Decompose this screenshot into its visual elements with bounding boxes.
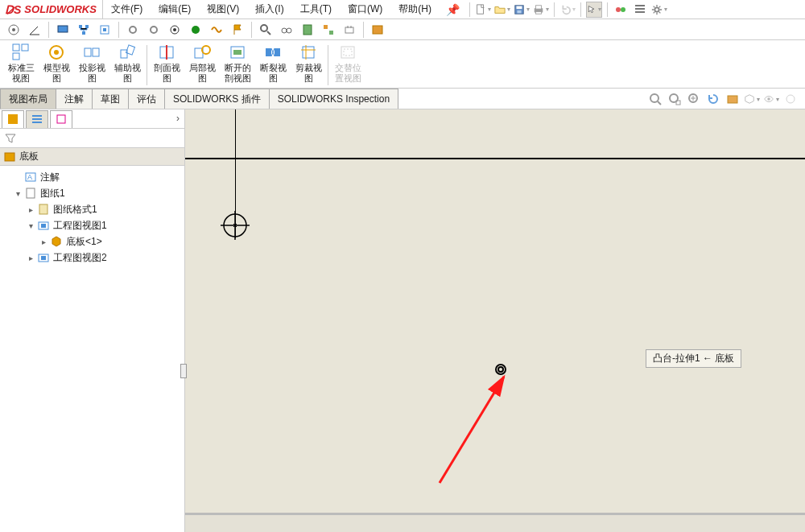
command-tabstrip: 视图布局 注解 草图 评估 SOLIDWORKS 插件 SOLIDWORKS I… bbox=[0, 89, 805, 109]
tree-node-part[interactable]: ▸ 底板<1> bbox=[5, 233, 184, 250]
toolbar-separator bbox=[554, 2, 555, 17]
svg-point-11 bbox=[12, 28, 15, 31]
open-doc-button[interactable] bbox=[494, 2, 510, 18]
wave-button[interactable] bbox=[208, 21, 225, 39]
svg-rect-43 bbox=[233, 50, 242, 55]
traffic-button[interactable] bbox=[613, 2, 629, 18]
refresh-button[interactable] bbox=[96, 21, 114, 39]
tree-expand-icon[interactable]: ▸ bbox=[26, 205, 35, 214]
menu-help[interactable]: 帮助(H) bbox=[390, 0, 440, 19]
select-button[interactable] bbox=[586, 2, 602, 18]
flag-button[interactable] bbox=[229, 21, 246, 39]
new-doc-button[interactable] bbox=[475, 2, 491, 18]
gear2-button[interactable] bbox=[145, 21, 163, 39]
menu-tools[interactable]: 工具(T) bbox=[292, 0, 340, 19]
palette-button[interactable] bbox=[369, 21, 386, 39]
cmd-section[interactable]: 剖面视 图 bbox=[150, 43, 184, 89]
menu-file[interactable]: 文件(F) bbox=[103, 0, 151, 19]
undo-icon bbox=[559, 3, 571, 16]
gear-icon bbox=[126, 23, 139, 36]
crop-icon bbox=[299, 43, 317, 61]
projected-icon bbox=[83, 43, 101, 61]
svg-point-8 bbox=[621, 7, 625, 12]
zoom-prev-button[interactable] bbox=[686, 91, 702, 107]
search-button[interactable] bbox=[257, 21, 275, 39]
palette2-button[interactable] bbox=[724, 91, 741, 107]
zoom-fit-button[interactable] bbox=[647, 91, 663, 107]
menu-view[interactable]: 视图(V) bbox=[199, 0, 247, 19]
tree-node-sheet[interactable]: ▾ 图纸1 bbox=[5, 185, 184, 201]
cmd-projected[interactable]: 投影视 图 bbox=[75, 43, 109, 89]
angle-button[interactable] bbox=[26, 21, 43, 39]
open-folder-icon bbox=[494, 3, 506, 16]
cmd-modelview[interactable]: 模型视 图 bbox=[39, 43, 73, 89]
tree-collapse-icon[interactable]: ▾ bbox=[26, 221, 35, 230]
move-button[interactable] bbox=[341, 21, 358, 39]
svg-text:A: A bbox=[27, 173, 32, 181]
tree-button[interactable] bbox=[75, 21, 93, 39]
panel-resize-handle[interactable] bbox=[180, 364, 187, 378]
tree-label: 图纸格式1 bbox=[53, 203, 97, 217]
menu-insert[interactable]: 插入(I) bbox=[247, 0, 291, 19]
menu-edit[interactable]: 编辑(E) bbox=[151, 0, 199, 19]
toolbar-separator bbox=[607, 2, 608, 17]
pin-menu-icon[interactable]: 📌 bbox=[440, 3, 466, 16]
config-icon bbox=[7, 113, 19, 125]
cmd-label: 断开的 剖视图 bbox=[225, 63, 251, 84]
filter-row[interactable] bbox=[0, 129, 184, 148]
tree-node-view2[interactable]: ▸ 工程图视图2 bbox=[5, 250, 184, 266]
settings-button[interactable] bbox=[651, 2, 667, 18]
list-button[interactable] bbox=[632, 2, 648, 18]
display-button[interactable] bbox=[54, 21, 72, 39]
panel-tab-prop[interactable] bbox=[50, 110, 72, 128]
swap-button[interactable] bbox=[320, 21, 337, 39]
binoc-button[interactable] bbox=[278, 21, 295, 39]
tree-node-view1[interactable]: ▾ 工程图视图1 bbox=[5, 217, 184, 233]
tree-collapse-icon[interactable]: ▾ bbox=[13, 189, 23, 198]
panel-chevron-icon[interactable]: › bbox=[176, 113, 180, 124]
undo-button[interactable] bbox=[559, 2, 576, 18]
feature-manager-panel: › 底板 A 注解 ▾ 图纸1 ▸ 图纸格式1 bbox=[0, 109, 185, 532]
svg-point-9 bbox=[654, 7, 658, 11]
green-button[interactable] bbox=[187, 21, 204, 39]
tree-node-sheetformat[interactable]: ▸ 图纸格式1 bbox=[5, 201, 184, 217]
gear1-button[interactable] bbox=[124, 21, 142, 39]
zoom-area-button[interactable] bbox=[667, 91, 683, 107]
cmd-break[interactable]: 断裂视 图 bbox=[256, 43, 290, 89]
drawing-canvas[interactable]: 凸台-拉伸1 ← 底板 bbox=[185, 109, 805, 532]
bulb-button[interactable] bbox=[782, 91, 799, 107]
cmd-detail[interactable]: 局部视 图 bbox=[185, 43, 219, 89]
panel-tab-tree[interactable] bbox=[26, 110, 48, 128]
cmd-auxiliary[interactable]: 辅助视 图 bbox=[110, 43, 144, 89]
rotate-button[interactable] bbox=[705, 91, 721, 107]
eye-button[interactable] bbox=[763, 91, 779, 107]
tab-evaluate[interactable]: 评估 bbox=[128, 89, 165, 109]
svg-rect-3 bbox=[517, 10, 521, 13]
target-button[interactable] bbox=[166, 21, 184, 39]
svg-rect-36 bbox=[93, 48, 99, 56]
tab-annotations[interactable]: 注解 bbox=[56, 89, 93, 109]
svg-point-20 bbox=[173, 28, 176, 31]
tab-layout[interactable]: 视图布局 bbox=[0, 89, 56, 109]
tab-sketch[interactable]: 草图 bbox=[92, 89, 129, 109]
cmd-broken[interactable]: 断开的 剖视图 bbox=[221, 43, 254, 89]
print-button[interactable] bbox=[533, 2, 549, 18]
svg-rect-28 bbox=[345, 27, 353, 33]
panel-tab-config[interactable] bbox=[2, 110, 24, 128]
cube-button[interactable] bbox=[744, 91, 760, 107]
svg-rect-27 bbox=[329, 31, 333, 35]
tree-expand-icon[interactable]: ▸ bbox=[39, 237, 48, 246]
menu-window[interactable]: 窗口(W) bbox=[340, 0, 390, 19]
sheet-button[interactable] bbox=[299, 21, 316, 39]
cmd-standard3view[interactable]: 标准三 视图 bbox=[4, 43, 38, 89]
orientation-button[interactable] bbox=[5, 21, 23, 39]
ds-logo-icon: D̷S bbox=[5, 3, 21, 16]
cmd-crop[interactable]: 剪裁视 图 bbox=[291, 43, 325, 89]
save-button[interactable] bbox=[514, 2, 530, 18]
panel-tabs: › bbox=[0, 109, 184, 129]
tab-inspection[interactable]: SOLIDWORKS Inspection bbox=[269, 89, 398, 109]
tree-root-header[interactable]: 底板 bbox=[0, 148, 184, 166]
tab-addins[interactable]: SOLIDWORKS 插件 bbox=[164, 89, 270, 109]
tree-expand-icon[interactable]: ▸ bbox=[26, 254, 35, 262]
tree-node-annotations[interactable]: A 注解 bbox=[5, 169, 184, 185]
